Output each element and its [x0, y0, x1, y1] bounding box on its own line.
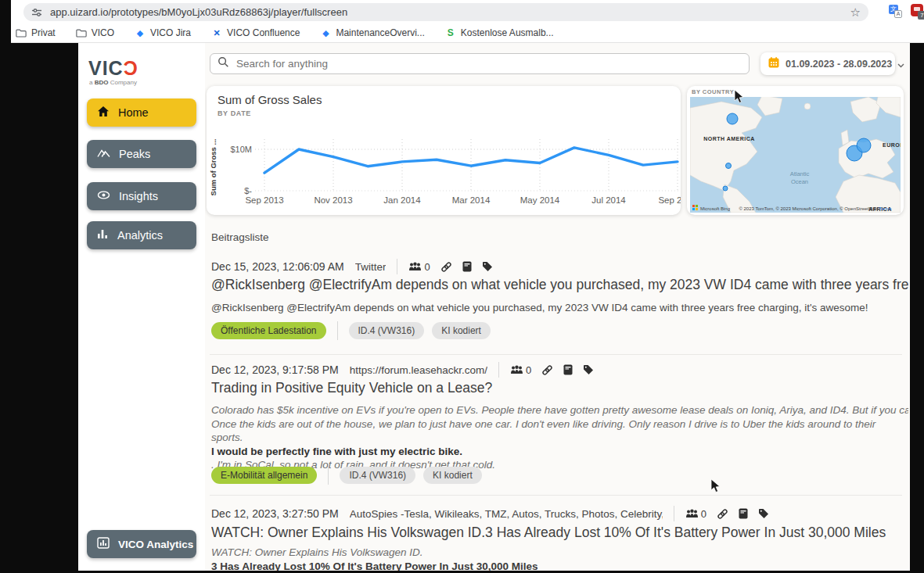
search-icon	[218, 56, 229, 71]
svg-text:Sep 2014: Sep 2014	[658, 195, 681, 205]
map-terms-link[interactable]: Terms	[879, 206, 891, 211]
post-title[interactable]: WATCH: Owner Explains His Volkswagen ID.…	[211, 525, 908, 541]
post-body: Colorado has $5k incentive on EVs if you…	[211, 403, 908, 472]
audience-count-value: 0	[424, 261, 430, 273]
chart-ylabel: Sum of Gross ...	[209, 139, 218, 196]
sidebar-item-label: Insights	[119, 190, 158, 202]
logo-open-c: Ɔ	[124, 57, 138, 79]
post-date: Dec 12, 2023, 9:17:58 PM	[211, 363, 339, 376]
audience-count[interactable]: 0	[685, 508, 706, 520]
tag-green[interactable]: E-Mobilität allgemein	[211, 467, 317, 484]
tag-icon[interactable]	[482, 261, 493, 272]
app-frame: VICƆ a BDO Company Home Peaks Insights A…	[0, 43, 924, 573]
tag-gray[interactable]: KI kodiert	[423, 467, 482, 484]
url-text[interactable]: app.uizard.io/prototypes/bM0yoLjx03uRdz6…	[50, 6, 844, 18]
post-body: WATCH: Owner Explains His Volkswagen ID.…	[211, 546, 908, 571]
posts-section-title: Beitragsliste	[211, 231, 269, 243]
search-input[interactable]: Search for anything	[210, 53, 750, 74]
bookmark-label: VICO Confluence	[227, 27, 300, 38]
book-icon[interactable]	[462, 261, 472, 272]
tag-gray[interactable]: KI kodiert	[432, 322, 491, 339]
post-body-line: WATCH: Owner Explains His Volkswagen ID.	[211, 546, 908, 560]
bookmark-star-icon[interactable]: ☆	[850, 5, 861, 20]
post-body-line: I would be perfectly fine with just my e…	[211, 445, 908, 459]
date-range-picker[interactable]: 01.09.2023 - 28.09.2023	[760, 52, 895, 75]
post-source[interactable]: Twitter	[355, 261, 386, 273]
sidebar-item-label: Home	[118, 106, 149, 119]
post-source[interactable]: AutoSpies -Tesla, Wikileaks, TMZ, Autos,…	[350, 508, 663, 520]
post-date: Dec 12, 2023, 3:27:50 PM	[211, 507, 339, 520]
map-attribution: © 2023 TomTom, © 2023 Microsoft Corporat…	[739, 206, 891, 211]
bookmark-vico-confluence[interactable]: ✕ VICO Confluence	[211, 27, 300, 38]
link-icon[interactable]	[717, 508, 728, 520]
audience-count[interactable]: 0	[510, 364, 531, 376]
sidebar-item-label: Analytics	[117, 229, 163, 242]
map-by-country-label: BY COUNTRY	[692, 88, 734, 95]
browser-toolbar: app.uizard.io/prototypes/bM0yoLjx03uRdz6…	[11, 0, 924, 23]
bookmark-label: VICO Jira	[150, 27, 191, 38]
green-s-icon: S	[445, 27, 456, 38]
post-action-icons: 0	[408, 261, 492, 273]
translate-extension-icon[interactable]: 文 A	[889, 5, 902, 18]
tag-gray[interactable]: ID.4 (VW316)	[340, 467, 415, 484]
address-bar[interactable]: app.uizard.io/prototypes/bM0yoLjx03uRdz6…	[23, 3, 868, 21]
divider	[328, 466, 329, 485]
svg-text:Microsoft Bing: Microsoft Bing	[700, 206, 730, 211]
main-content: Search for anything 01.09.2023 - 28.09.2…	[205, 43, 910, 571]
gross-sales-chart-svg: Sep 2013Nov 2013Jan 2014Mar 2014May 2014…	[207, 119, 681, 215]
site-settings-icon[interactable]	[31, 7, 42, 18]
sidebar-item-analytics[interactable]: Analytics	[87, 221, 196, 249]
post-tags-row: E-Mobilität allgemein ID.4 (VW316) KI ko…	[211, 466, 482, 485]
diamond-icon: ◆	[320, 27, 331, 38]
post-meta-row: Dec 12, 2023, 9:17:58 PM https://forum.l…	[211, 362, 904, 378]
link-icon[interactable]	[541, 364, 553, 376]
post-body: @RickIsenberg @ElectrifyAm depends on wh…	[211, 302, 908, 313]
translate-a-glyph: A	[894, 10, 902, 18]
post-title[interactable]: @RickIsenberg @ElectrifyAm depends on wh…	[211, 277, 908, 293]
bookmark-label: Privat	[31, 27, 56, 38]
tag-icon[interactable]	[583, 364, 594, 375]
bookmark-kostenlose[interactable]: S Kostenlose Ausmalb...	[445, 27, 554, 38]
divider	[337, 321, 338, 340]
bookmark-maintenance[interactable]: ◆ MaintenanceOvervi...	[320, 27, 424, 38]
bookmark-label: Kostenlose Ausmalb...	[461, 27, 554, 38]
sidebar-footer-label: VICO Analytics	[118, 539, 193, 550]
date-range-text: 01.09.2023 - 28.09.2023	[786, 59, 892, 70]
post-meta-row: Dec 15, 2023, 12:06:09 AM Twitter 0	[211, 259, 904, 274]
bookmarks-bar: Privat VICO ◆ VICO Jira ✕ VICO Confluenc…	[11, 23, 924, 43]
post-action-icons: 0	[510, 364, 594, 376]
audience-count[interactable]: 0	[408, 261, 430, 273]
post-divider	[210, 354, 902, 355]
book-icon[interactable]	[563, 364, 573, 375]
map-region-north-america: NORTH AMERICA	[703, 136, 755, 141]
bookmark-vico[interactable]: VICO	[76, 27, 114, 38]
divider	[674, 506, 674, 521]
audience-count-value: 0	[526, 364, 531, 376]
sidebar-item-peaks[interactable]: Peaks	[87, 140, 196, 168]
post-body-line: Colorado has $5k incentive on EVs if you…	[211, 403, 908, 417]
folder-icon	[16, 27, 27, 38]
logo-tagline: a BDO Company	[89, 79, 137, 86]
link-icon[interactable]	[440, 261, 452, 273]
svg-text:$10M: $10M	[230, 145, 252, 154]
post-source[interactable]: https://forum.leasehackr.com/	[350, 364, 487, 376]
svg-text:Jul 2014: Jul 2014	[591, 195, 626, 205]
tag-gray[interactable]: ID.4 (VW316)	[349, 322, 425, 339]
post-body-line: 3 Has Already Lost 10% Of It's Battery P…	[211, 560, 908, 571]
vico-logo: VICƆ	[88, 57, 138, 80]
post-divider	[210, 495, 902, 496]
post-title[interactable]: Trading in Positive Equity Vehicle on a …	[211, 380, 908, 396]
vico-analytics-button[interactable]: VICO Analytics	[87, 530, 196, 558]
svg-text:Jan 2014: Jan 2014	[383, 195, 421, 205]
tag-icon[interactable]	[758, 508, 769, 519]
bookmark-privat[interactable]: Privat	[16, 27, 56, 38]
country-map-svg[interactable]: NORTH AMERICA EUROPE Atlantic Ocean AFRI…	[690, 97, 901, 213]
tag-green[interactable]: Öffentliche Ladestation	[211, 322, 326, 339]
chevron-down-icon	[897, 57, 904, 71]
bookmark-vico-jira[interactable]: ◆ VICO Jira	[135, 27, 191, 38]
sidebar-item-home[interactable]: Home	[87, 98, 196, 127]
sidebar-item-insights[interactable]: Insights	[87, 182, 196, 210]
book-icon[interactable]	[739, 508, 748, 519]
post-action-icons: 0	[685, 508, 769, 520]
bookmark-label: MaintenanceOvervi...	[336, 27, 424, 38]
